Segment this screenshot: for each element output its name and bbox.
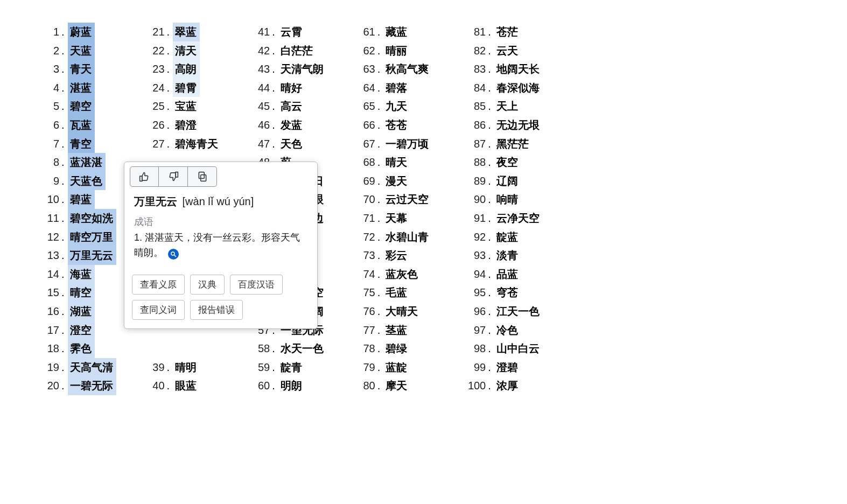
list-item[interactable]: 76.大晴天 — [359, 302, 432, 321]
item-word[interactable]: 冷色 — [494, 321, 521, 340]
item-word[interactable]: 靛蓝 — [494, 228, 521, 247]
list-item[interactable]: 58.水天一色 — [254, 339, 327, 358]
list-item[interactable]: 59.靛青 — [254, 358, 327, 377]
item-word[interactable]: 海蓝 — [68, 265, 95, 284]
list-item[interactable]: 39.晴明 — [149, 358, 222, 377]
list-item[interactable]: 23.高朗 — [149, 60, 222, 79]
item-word[interactable]: 水天一色 — [278, 339, 327, 358]
list-item[interactable]: 68.晴天 — [359, 153, 432, 172]
list-item[interactable]: 77.茎蓝 — [359, 321, 432, 340]
list-item[interactable]: 99.澄碧 — [464, 358, 543, 377]
item-word[interactable]: 晴空万里 — [68, 228, 116, 247]
item-word[interactable]: 夜空 — [494, 153, 521, 172]
item-word[interactable]: 水碧山青 — [383, 228, 432, 247]
item-word[interactable]: 碧海青天 — [173, 135, 221, 153]
list-item[interactable]: 25.宝蓝 — [149, 97, 222, 116]
list-item[interactable]: 96.江天一色 — [464, 302, 543, 321]
list-item[interactable]: 5.碧空 — [44, 97, 116, 116]
list-item[interactable]: 82.云天 — [464, 41, 543, 60]
list-item[interactable]: 60.明朗 — [254, 376, 327, 395]
list-item[interactable]: 11.碧空如洗 — [44, 209, 116, 228]
item-word[interactable]: 高朗 — [173, 60, 200, 79]
item-word[interactable]: 湖蓝 — [68, 302, 95, 321]
list-item[interactable]: 7.青空 — [44, 135, 116, 153]
list-item[interactable]: 24.碧霄 — [149, 79, 222, 97]
item-word[interactable]: 一碧无际 — [68, 376, 116, 395]
item-word[interactable]: 碧蓝 — [68, 190, 95, 209]
item-word[interactable]: 茎蓝 — [383, 321, 410, 340]
list-item[interactable]: 97.冷色 — [464, 321, 543, 340]
list-item[interactable]: 67.一碧万顷 — [359, 135, 432, 153]
item-word[interactable]: 靛青 — [278, 358, 305, 377]
list-item[interactable]: 85.天上 — [464, 97, 543, 116]
item-word[interactable]: 地阔天长 — [494, 60, 543, 79]
item-word[interactable]: 白茫茫 — [278, 41, 316, 60]
list-item[interactable]: 84.春深似海 — [464, 79, 543, 97]
item-word[interactable]: 碧澄 — [173, 116, 200, 135]
item-word[interactable]: 万里无云 — [68, 246, 116, 265]
list-item[interactable]: 90.响晴 — [464, 190, 543, 209]
list-item[interactable]: 73.彩云 — [359, 246, 432, 265]
popup-link-button[interactable]: 百度汉语 — [230, 275, 283, 295]
popup-link-button[interactable]: 汉典 — [190, 275, 225, 295]
list-item[interactable]: 18.霁色 — [44, 339, 116, 358]
item-word[interactable]: 翠蓝 — [173, 23, 200, 41]
copy-button[interactable] — [188, 166, 217, 187]
list-item[interactable]: 91.云净天空 — [464, 209, 543, 228]
item-word[interactable]: 蓝湛湛 — [68, 153, 106, 172]
item-word[interactable]: 苍茫 — [494, 23, 521, 41]
item-word[interactable]: 眼蓝 — [173, 376, 200, 395]
list-item[interactable]: 70.云过天空 — [359, 190, 432, 209]
item-word[interactable]: 摩天 — [383, 376, 410, 395]
list-item[interactable]: 21.翠蓝 — [149, 23, 222, 41]
item-word[interactable]: 品蓝 — [494, 265, 521, 284]
list-item[interactable]: 64.碧落 — [359, 79, 432, 97]
item-word[interactable]: 澄碧 — [494, 358, 521, 377]
item-word[interactable]: 碧落 — [383, 79, 410, 97]
list-item[interactable]: 12.晴空万里 — [44, 228, 116, 247]
list-item[interactable]: 6.瓦蓝 — [44, 116, 116, 135]
item-word[interactable]: 蓝灰色 — [383, 265, 421, 284]
popup-link-button[interactable]: 报告错误 — [190, 300, 243, 320]
item-word[interactable]: 藏蓝 — [383, 23, 410, 41]
list-item[interactable]: 27.碧海青天 — [149, 135, 222, 153]
item-word[interactable]: 天清气朗 — [278, 60, 327, 79]
list-item[interactable]: 4.湛蓝 — [44, 79, 116, 97]
list-item[interactable]: 22.清天 — [149, 41, 222, 60]
item-word[interactable]: 青空 — [68, 135, 95, 153]
item-word[interactable]: 穹苍 — [494, 283, 521, 302]
thumbs-up-button[interactable] — [130, 166, 159, 187]
list-item[interactable]: 71.天幕 — [359, 209, 432, 228]
list-item[interactable]: 93.淡青 — [464, 246, 543, 265]
item-word[interactable]: 淡青 — [494, 246, 521, 265]
list-item[interactable]: 98.山中白云 — [464, 339, 543, 358]
popup-link-button[interactable]: 查同义词 — [132, 300, 185, 320]
item-word[interactable]: 一碧万顷 — [383, 135, 432, 153]
list-item[interactable]: 44.晴好 — [254, 79, 327, 97]
item-word[interactable]: 澄空 — [68, 321, 95, 340]
list-item[interactable]: 65.九天 — [359, 97, 432, 116]
list-item[interactable]: 75.毛蓝 — [359, 283, 432, 302]
item-word[interactable]: 云天 — [494, 41, 521, 60]
item-word[interactable]: 大晴天 — [383, 302, 421, 321]
item-word[interactable]: 无边无垠 — [494, 116, 543, 135]
item-word[interactable]: 九天 — [383, 97, 410, 116]
list-item[interactable]: 95.穹苍 — [464, 283, 543, 302]
item-word[interactable]: 山中白云 — [494, 339, 543, 358]
list-item[interactable]: 46.发蓝 — [254, 116, 327, 135]
list-item[interactable]: 80.摩天 — [359, 376, 432, 395]
item-word[interactable]: 青天 — [68, 60, 95, 79]
item-word[interactable]: 晴天 — [383, 153, 410, 172]
list-item[interactable]: 43.天清气朗 — [254, 60, 327, 79]
list-item[interactable]: 19.天高气清 — [44, 358, 116, 377]
item-word[interactable]: 苍苍 — [383, 116, 410, 135]
item-word[interactable]: 江天一色 — [494, 302, 543, 321]
list-item[interactable]: 89.辽阔 — [464, 172, 543, 191]
list-item[interactable]: 41.云霄 — [254, 23, 327, 41]
list-item[interactable]: 14.海蓝 — [44, 265, 116, 284]
list-item[interactable]: 83.地阔天长 — [464, 60, 543, 79]
item-word[interactable]: 晴丽 — [383, 41, 410, 60]
item-word[interactable]: 碧霄 — [173, 79, 200, 97]
list-item[interactable]: 88.夜空 — [464, 153, 543, 172]
item-word[interactable]: 碧绿 — [383, 339, 410, 358]
